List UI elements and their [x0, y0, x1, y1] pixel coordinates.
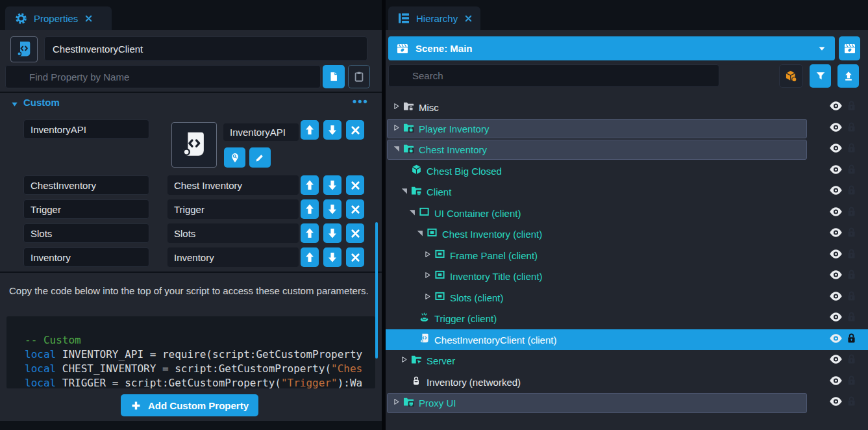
lock-icon[interactable] — [846, 290, 857, 305]
tree-row[interactable]: Frame Panel (client) — [386, 245, 868, 266]
template-view-button[interactable] — [779, 64, 803, 88]
tree-row[interactable]: Server — [386, 350, 868, 372]
tree-row[interactable]: Chest Big Closed — [386, 160, 868, 182]
add-custom-property-button[interactable]: Add Custom Property — [121, 394, 258, 416]
visibility-eye-icon[interactable] — [829, 333, 843, 346]
move-up-button[interactable] — [301, 199, 319, 219]
tree-row[interactable]: ChestInventoryClient (client) — [386, 329, 868, 351]
expander-icon[interactable] — [423, 292, 432, 303]
visibility-eye-icon[interactable] — [829, 312, 843, 325]
lock-icon[interactable] — [846, 121, 857, 136]
tree-row[interactable]: Chest Inventory (client) — [386, 223, 868, 245]
edit-asset-button[interactable] — [249, 147, 271, 168]
tree-row[interactable]: Trigger (client) — [386, 308, 868, 329]
hierarchy-search-input[interactable] — [388, 64, 719, 87]
visibility-eye-icon[interactable] — [829, 144, 843, 156]
property-value-field[interactable]: Chest Inventory — [167, 175, 299, 195]
property-name-field[interactable]: Slots — [23, 223, 149, 243]
visibility-eye-icon[interactable] — [829, 397, 843, 409]
move-up-button[interactable] — [301, 175, 319, 195]
lock-icon[interactable] — [846, 353, 857, 368]
asset-thumbnail[interactable] — [171, 122, 217, 168]
visibility-eye-icon[interactable] — [829, 355, 843, 367]
tree-row[interactable]: UI Container (client) — [386, 203, 868, 224]
tab-hierarchy[interactable]: Hierarchy — [388, 6, 480, 30]
tree-row[interactable]: Chest Inventory — [386, 139, 868, 160]
lock-icon[interactable] — [846, 396, 857, 411]
delete-property-button[interactable] — [346, 120, 364, 140]
close-icon[interactable] — [464, 14, 473, 23]
visibility-eye-icon[interactable] — [829, 207, 843, 219]
copy-properties-button[interactable] — [323, 65, 345, 88]
lock-icon[interactable] — [846, 205, 857, 220]
vertical-scrollbar[interactable] — [375, 222, 378, 359]
visibility-eye-icon[interactable] — [829, 249, 843, 261]
find-asset-button[interactable] — [224, 147, 245, 168]
expander-icon[interactable] — [392, 123, 401, 134]
paste-properties-button[interactable] — [348, 65, 370, 88]
tab-properties[interactable]: Properties — [5, 6, 112, 30]
visibility-eye-icon[interactable] — [829, 101, 843, 114]
expander-icon[interactable] — [392, 144, 401, 155]
more-options-icon[interactable]: ••• — [353, 95, 369, 108]
move-up-button[interactable] — [301, 223, 319, 243]
property-name-field[interactable]: ChestInventory — [23, 175, 149, 195]
lock-icon[interactable] — [846, 374, 857, 389]
custom-section-header[interactable]: Custom ••• — [0, 95, 382, 113]
lock-icon[interactable] — [846, 311, 857, 326]
scene-manager-button[interactable] — [839, 36, 860, 60]
tree-row[interactable]: Slots (client) — [386, 287, 868, 309]
move-down-button[interactable] — [323, 223, 341, 243]
collapse-all-button[interactable] — [837, 64, 859, 88]
expander-icon[interactable] — [392, 397, 401, 409]
expander-icon[interactable] — [423, 249, 432, 261]
visibility-eye-icon[interactable] — [829, 291, 843, 303]
tree-row[interactable]: Inventory (networked) — [386, 372, 868, 393]
move-down-button[interactable] — [323, 247, 341, 267]
asset-value-field[interactable]: InventoryAPI — [223, 123, 299, 141]
delete-property-button[interactable] — [346, 175, 364, 195]
expander-icon[interactable] — [408, 207, 416, 219]
property-name-field[interactable]: Trigger — [23, 199, 149, 219]
tree-row[interactable]: Inventory Title (client) — [386, 266, 868, 287]
lock-icon[interactable] — [846, 332, 857, 347]
lock-icon[interactable] — [846, 269, 857, 284]
scene-dropdown[interactable]: Scene: Main — [388, 36, 835, 60]
move-down-button[interactable] — [323, 199, 341, 219]
property-value-field[interactable]: Trigger — [167, 199, 299, 219]
expander-icon[interactable] — [423, 270, 432, 282]
visibility-eye-icon[interactable] — [829, 270, 843, 283]
lock-icon[interactable] — [846, 184, 857, 199]
visibility-eye-icon[interactable] — [829, 164, 843, 177]
lock-icon[interactable] — [846, 163, 857, 178]
move-up-button[interactable] — [301, 247, 319, 267]
tree-row[interactable]: Proxy UI — [386, 392, 868, 414]
property-name-field[interactable]: InventoryAPI — [23, 120, 149, 139]
move-up-button[interactable] — [301, 120, 319, 140]
expander-icon[interactable] — [400, 355, 408, 366]
tree-row[interactable]: Misc — [386, 97, 868, 118]
visibility-eye-icon[interactable] — [829, 186, 843, 198]
find-property-input[interactable] — [5, 65, 321, 88]
property-value-field[interactable]: Slots — [167, 223, 299, 243]
lock-icon[interactable] — [846, 100, 857, 115]
delete-property-button[interactable] — [346, 247, 364, 267]
property-name-field[interactable]: Inventory — [23, 247, 149, 267]
delete-property-button[interactable] — [346, 199, 364, 219]
lock-icon[interactable] — [846, 142, 857, 157]
visibility-eye-icon[interactable] — [829, 375, 843, 388]
move-down-button[interactable] — [323, 175, 341, 195]
visibility-eye-icon[interactable] — [829, 228, 843, 240]
visibility-eye-icon[interactable] — [829, 122, 843, 134]
expander-icon[interactable] — [400, 186, 408, 197]
expander-icon[interactable] — [415, 228, 424, 240]
property-value-field[interactable]: Inventory — [167, 247, 299, 267]
move-down-button[interactable] — [323, 120, 341, 140]
delete-property-button[interactable] — [346, 223, 364, 243]
object-name-input[interactable] — [44, 36, 367, 61]
filter-button[interactable] — [810, 64, 831, 88]
expander-icon[interactable] — [392, 101, 401, 113]
close-icon[interactable] — [84, 14, 93, 23]
tree-row[interactable]: Player Inventory — [386, 118, 868, 140]
tree-row[interactable]: Client — [386, 181, 868, 203]
